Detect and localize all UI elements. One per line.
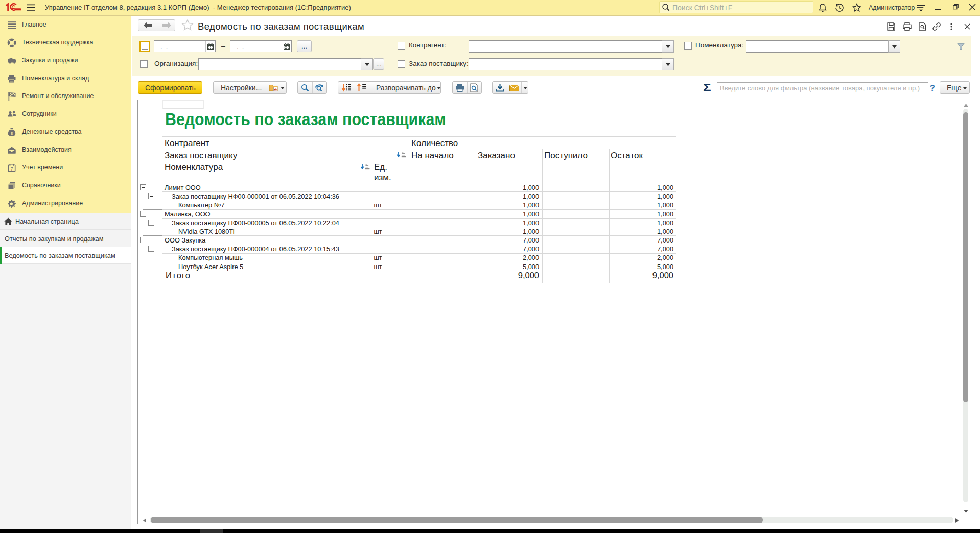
svg-text:7: 7 xyxy=(11,166,13,172)
svg-text:s: s xyxy=(11,131,13,136)
